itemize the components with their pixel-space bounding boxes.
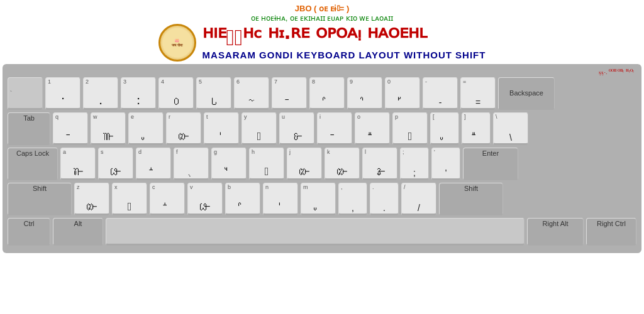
key-equals[interactable]: = = <box>460 77 496 110</box>
key-v[interactable]: v 𑴬 <box>187 183 223 215</box>
key-u[interactable]: u 𑴫 <box>279 112 314 145</box>
key-x[interactable]: x 𑴾 <box>112 183 147 215</box>
key-b[interactable]: b 𑴲 <box>225 183 260 215</box>
backspace-label: Backspace <box>509 89 543 97</box>
key-7[interactable]: 7 𑴱 <box>272 77 307 110</box>
shift-right-label: Shift <box>464 185 478 192</box>
zxcv-row: Shift z 𑴭 x 𑴾 c 𑴽 v 𑴬 b 𑴲 n 𑴺 m 𑴶 <box>8 183 636 215</box>
backspace-key[interactable]: Backspace <box>498 77 555 110</box>
key-4[interactable]: 4 𑵐 <box>158 77 194 110</box>
key-slash[interactable]: / / <box>401 183 436 215</box>
asdf-row: Caps Lock a 𑴯 s 𑴬 d 𑴽 f 𑵄 g 𑴴 h 𑴻 j 𑴭 <box>8 148 636 180</box>
key-t[interactable]: t 𑴺 <box>204 112 239 145</box>
key-k[interactable]: k 𑴭 <box>325 148 360 180</box>
right-alt-label: Right Alt <box>543 220 569 227</box>
key-d[interactable]: d 𑴽 <box>136 148 171 180</box>
key-e[interactable]: e 𑴶 <box>128 112 164 145</box>
alt-left-label: Alt <box>74 220 82 227</box>
qwerty-row: Tab q 𑴱 w 𑴮 e 𑴶 r 𑴭 t 𑴺 y 𑴹 u 𑴫 <box>8 112 636 145</box>
key-m[interactable]: m 𑴶 <box>301 183 336 215</box>
right-ctrl-label: Right Ctrl <box>597 220 626 227</box>
key-q[interactable]: q 𑴱 <box>53 112 88 145</box>
tab-label: Tab <box>23 114 35 122</box>
ctrl-left-label: Ctrl <box>23 220 34 227</box>
key-quote[interactable]: ' ' <box>431 148 460 180</box>
enter-label: Enter <box>482 149 499 157</box>
key-g[interactable]: g 𑴴 <box>211 148 247 180</box>
number-row: ` 1 ᱸ 2 ᱹ 3 ᱺ 4 𑵐 5 𑵑 6 ᱻ 7 𑴱 <box>8 77 636 110</box>
capslock-key[interactable]: Caps Lock <box>8 148 58 180</box>
shift-left-key[interactable]: Shift <box>8 183 72 215</box>
key-comma[interactable]: , , <box>338 183 367 215</box>
alt-left-key[interactable]: Alt <box>53 218 103 246</box>
header-title-orange: JBO ( ᴏᴇ ᴇɨ𝄦= ) <box>295 4 349 14</box>
key-h[interactable]: h 𑴻 <box>249 148 284 180</box>
right-alt-key[interactable]: Right Alt <box>527 218 584 246</box>
header: JBO ( ᴏᴇ ᴇɨ𝄦= ) ᴏᴇ ʜᴏᴇɨʜᴀ, ᴏᴇ ᴇᴋɪʜᴀɪɪ ᴇᴜ… <box>0 0 644 64</box>
shift-right-key[interactable]: Shift <box>439 183 503 215</box>
legend-text: ᶊᶊ·. ᴼᴼᴵᴵ ᴼᴵᴵᵎ ᴴᵎᴼᵎ <box>599 69 634 76</box>
keyboard: ᶊᶊ·. ᴼᴼᴵᴵ ᴼᴵᴵᵎ ᴴᵎᴼᵎ ` 1 ᱸ 2 ᱹ 3 ᱺ 4 𑵐 5 … <box>3 64 641 253</box>
enter-key[interactable]: Enter <box>463 148 518 180</box>
tab-key[interactable]: Tab <box>8 112 50 145</box>
right-ctrl-key[interactable]: Right Ctrl <box>586 218 636 246</box>
shift-left-label: Shift <box>33 185 47 192</box>
key-c[interactable]: c 𑴽 <box>150 183 185 215</box>
capslock-label: Caps Lock <box>16 149 49 157</box>
logo: 🪷 जय सेवा <box>158 24 196 62</box>
key-0[interactable]: 0 𑴵 <box>385 77 420 110</box>
key-n[interactable]: n 𑴺 <box>263 183 298 215</box>
main-title: ᴴᴵᴱᴼ᷊ᴴᶜ ᴴᶦ·ᴿᴱ ᴼᴾᴼᴬᵎ ᴴᴬᴼᴱᴴᴸ <box>203 25 486 50</box>
key-z[interactable]: z 𑴭 <box>74 183 109 215</box>
key-backslash[interactable]: \ \ <box>493 112 528 145</box>
key-r[interactable]: r 𑴭 <box>166 112 201 145</box>
key-9[interactable]: 9 𑴳 <box>347 77 382 110</box>
key-y[interactable]: y 𑴹 <box>242 112 277 145</box>
key-j[interactable]: j 𑴭 <box>287 148 322 180</box>
legend-row: ᶊᶊ·. ᴼᴼᴵᴵ ᴼᴵᴵᵎ ᴴᵎᴼᵎ <box>8 69 636 76</box>
key-rbracket[interactable]: ] 𑴿 <box>462 112 491 145</box>
key-lbracket[interactable]: [ 𑴶 <box>430 112 459 145</box>
key-l[interactable]: l 𑴰 <box>362 148 397 180</box>
bottom-row: Ctrl Alt Right Alt Right Ctrl <box>8 218 636 246</box>
key-period[interactable]: . . <box>370 183 399 215</box>
key-8[interactable]: 8 𑴲 <box>309 77 345 110</box>
key-backtick[interactable]: ` <box>8 77 43 110</box>
key-3[interactable]: 3 ᱺ <box>121 77 156 110</box>
sub-title: MASARAM GONDI KEYBOARD LAYOUT WITHOUT SH… <box>203 50 486 60</box>
key-f[interactable]: f 𑵄 <box>174 148 209 180</box>
key-semicolon[interactable]: ; ; <box>400 148 429 180</box>
ctrl-left-key[interactable]: Ctrl <box>8 218 50 246</box>
key-i[interactable]: i 𑴱 <box>317 112 352 145</box>
key-w[interactable]: w 𑴮 <box>91 112 126 145</box>
key-p[interactable]: p 𑴸 <box>392 112 428 145</box>
key-s[interactable]: s 𑴬 <box>98 148 133 180</box>
key-minus[interactable]: - - <box>423 77 458 110</box>
key-6[interactable]: 6 ᱻ <box>234 77 269 110</box>
key-2[interactable]: 2 ᱹ <box>83 77 118 110</box>
key-a[interactable]: a 𑴯 <box>60 148 96 180</box>
key-o[interactable]: o 𑴿 <box>355 112 390 145</box>
key-5[interactable]: 5 𑵑 <box>196 77 231 110</box>
space-key[interactable] <box>106 218 525 246</box>
key-1[interactable]: 1 ᱸ <box>45 77 80 110</box>
header-title-green: ᴏᴇ ʜᴏᴇɨʜᴀ, ᴏᴇ ᴇᴋɪʜᴀɪɪ ᴇᴜᴀᴘ ᴋɪᴏ ᴡᴇ ʟᴀᴏᴀɪɪ <box>251 14 394 23</box>
